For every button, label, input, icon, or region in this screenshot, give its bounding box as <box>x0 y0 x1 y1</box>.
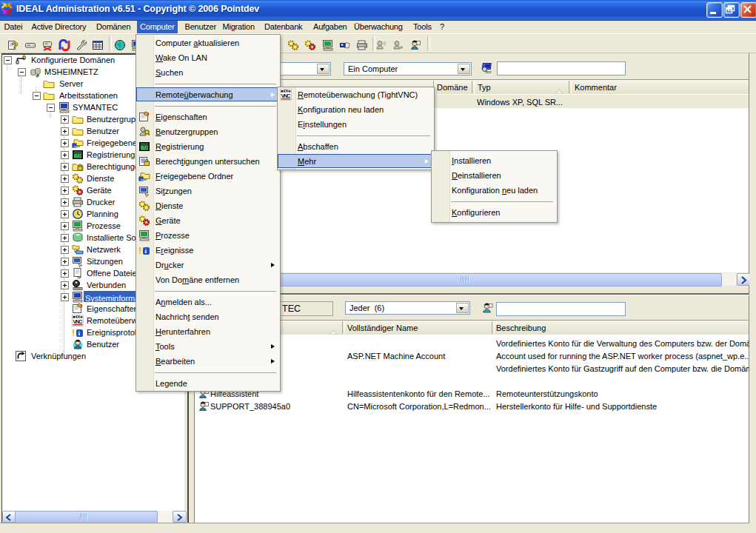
svg-text:!: ! <box>138 245 141 256</box>
svg-text:?: ? <box>12 39 19 51</box>
svg-text:VNC: VNC <box>73 318 83 325</box>
svg-text:!: ! <box>72 327 75 338</box>
svg-text:VNC: VNC <box>281 93 291 99</box>
